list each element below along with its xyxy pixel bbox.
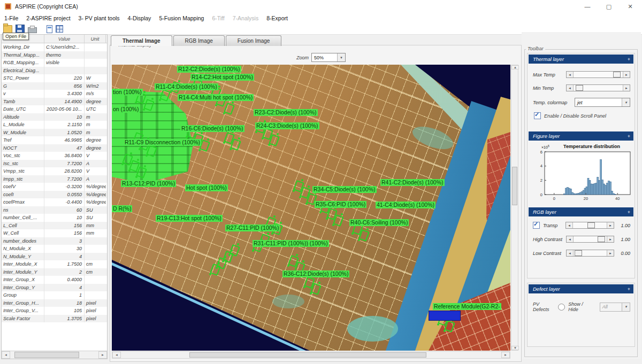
table-row[interactable]: W_Module1.0520m [2, 129, 107, 137]
table-row[interactable]: coefV-0.3200%/degree [2, 183, 107, 191]
table-row[interactable]: Date_UTC2020-05-06 10...UTC [2, 105, 107, 113]
table-row[interactable]: Electrical_Diag... [2, 67, 107, 75]
table-row[interactable]: Tref46.9985degree [2, 136, 107, 144]
scroll-track[interactable] [121, 352, 501, 358]
scroll-thumb[interactable] [14, 352, 79, 358]
table-row[interactable]: Thermal_Mapp...thermo [2, 51, 107, 59]
table-row[interactable]: Voc_stc36.8400V [2, 152, 107, 160]
table-row[interactable]: L_Cell156mm [2, 222, 107, 230]
table-row[interactable]: ns60SU [2, 206, 107, 214]
slider-left-arrow[interactable]: ◄ [566, 222, 573, 228]
table-row[interactable]: Inter_Group_H...18pixel [2, 299, 107, 307]
table-row[interactable]: Inter_Group_X0.4000 [2, 276, 107, 284]
figure-layer-header[interactable]: Figure layer + [529, 131, 633, 141]
slider-thumb[interactable] [575, 250, 582, 256]
table-row[interactable]: v3.4300m/s [2, 90, 107, 98]
slider-right-arrow[interactable]: ► [623, 85, 630, 91]
slider-left-arrow[interactable]: ◄ [567, 85, 574, 91]
table-row[interactable]: Inter_Module_Y2cm [2, 268, 107, 276]
defect-layer-header[interactable]: Defect layer + [529, 284, 633, 293]
scroll-thumb[interactable] [512, 167, 517, 205]
menu-5-fusion-mapping[interactable]: 5-Fusion Mapping [159, 15, 204, 21]
scroll-left-arrow[interactable]: ◄ [2, 351, 10, 359]
mobile-doc-icon[interactable] [47, 25, 52, 33]
report-grid-icon[interactable] [56, 25, 63, 33]
slider-thumb[interactable] [576, 85, 583, 91]
thermal-layer-header[interactable]: Thermal layer + [529, 55, 633, 64]
chevron-down-icon[interactable]: ▾ [622, 303, 630, 311]
menu-4-display[interactable]: 4-Display [128, 15, 151, 21]
slider-left-arrow[interactable]: ◄ [567, 72, 574, 78]
scroll-up-arrow[interactable]: ▲ [511, 65, 519, 69]
tab-rgb-image[interactable]: RGB Image [173, 35, 225, 46]
parameter-hscrollbar[interactable]: ◄ ► [2, 351, 107, 359]
slider-right-arrow[interactable]: ► [623, 72, 630, 78]
menu-1-file[interactable]: 1-File [4, 15, 18, 21]
close-button[interactable]: ✕ [620, 0, 641, 13]
expand-icon[interactable]: + [628, 57, 630, 62]
table-row[interactable]: Inter_Module_X1.7500cm [2, 260, 107, 268]
menu-8-export[interactable]: 8-Export [266, 15, 288, 21]
slider-thumb[interactable] [613, 72, 621, 78]
rgb-layer-header[interactable]: RGB layer + [529, 207, 633, 216]
table-row[interactable]: number_diodes3 [2, 237, 107, 245]
chevron-down-icon[interactable]: ▾ [622, 98, 630, 106]
minimize-button[interactable]: — [577, 0, 598, 13]
max-temp-slider[interactable]: ◄ ► [566, 71, 630, 78]
table-row[interactable]: G856W/m2 [2, 82, 107, 90]
table-row[interactable]: Vmpp_stc28.8200V [2, 167, 107, 175]
save-icon[interactable] [16, 25, 25, 33]
table-row[interactable]: coefPmax-0.4400%/degree [2, 198, 107, 206]
scroll-down-arrow[interactable]: ▼ [511, 346, 519, 350]
slider-left-arrow[interactable]: ◄ [567, 250, 574, 256]
menu-2-aspire-project[interactable]: 2-ASPIRE project [26, 15, 70, 21]
zoom-select[interactable]: 50% ▾ [311, 53, 346, 62]
table-row[interactable]: number_Cell_...10SU [2, 214, 107, 222]
tab-fusion-image[interactable]: Fusion Image [226, 35, 282, 46]
expand-icon[interactable]: + [628, 286, 630, 292]
print-icon[interactable] [28, 27, 37, 33]
table-row[interactable]: Altitude10m [2, 113, 107, 121]
scroll-right-arrow[interactable]: ► [501, 352, 510, 358]
defect-filter-select[interactable]: All ▾ [600, 303, 630, 312]
menu-3-pv-plant-tools[interactable]: 3- PV plant tools [79, 15, 120, 21]
expand-icon[interactable]: + [628, 134, 630, 139]
table-row[interactable]: Tamb14.4900degree [2, 98, 107, 106]
table-row[interactable]: L_Module2.1150m [2, 121, 107, 129]
table-row[interactable]: W_Cell156mm [2, 229, 107, 237]
expand-icon[interactable]: + [628, 210, 630, 215]
slider-right-arrow[interactable]: ► [607, 250, 614, 256]
table-row[interactable]: NOCT47degree [2, 144, 107, 152]
high-contrast-slider[interactable]: ◄ ► [566, 236, 614, 243]
scroll-panel-checkbox[interactable]: ✓ [534, 112, 541, 119]
scroll-thumb[interactable] [189, 352, 426, 358]
transp-slider[interactable]: ◄ ► [565, 222, 614, 229]
table-row[interactable]: coefI0.0550%/degree [2, 191, 107, 199]
transp-checkbox[interactable]: ✓ [533, 222, 540, 229]
maximize-button[interactable]: ▢ [598, 0, 620, 13]
min-temp-slider[interactable]: ◄ ► [566, 84, 630, 91]
slider-thumb[interactable] [598, 236, 605, 242]
table-row[interactable]: RGB_Mapping...visible [2, 59, 107, 67]
table-row[interactable]: Scale Factor1.3705pixel [2, 315, 107, 323]
image-vscrollbar[interactable]: ▲ ▼ [511, 65, 518, 351]
show-hide-radio[interactable] [558, 304, 565, 311]
table-row[interactable]: Inter_Group_V...105pixel [2, 307, 107, 315]
scroll-right-arrow[interactable]: ► [98, 351, 107, 359]
chevron-down-icon[interactable]: ▾ [337, 53, 345, 61]
slider-right-arrow[interactable]: ► [607, 236, 614, 242]
table-row[interactable]: STC_Power220W [2, 74, 107, 82]
tab-thermal-image[interactable]: Thermal Image [111, 35, 172, 46]
table-row[interactable]: Impp_stc7.7200A [2, 175, 107, 183]
table-row[interactable]: Working_DirC:\Users\dm2... [2, 43, 107, 51]
table-row[interactable]: Isc_stc7.7200A [2, 160, 107, 168]
low-contrast-slider[interactable]: ◄ ► [566, 250, 614, 257]
scroll-left-arrow[interactable]: ◄ [112, 352, 121, 358]
colormap-select[interactable]: jet ▾ [575, 98, 630, 107]
thermal-image-canvas[interactable]: R12-C2:Diode(s) (100%)R14-C2:Hot spot (1… [112, 65, 510, 351]
table-row[interactable]: N_Module_Y4 [2, 253, 107, 261]
table-row[interactable]: Inter_Group_Y4 [2, 284, 107, 292]
table-row[interactable]: Group1 [2, 291, 107, 299]
scroll-track[interactable] [10, 351, 98, 359]
table-row[interactable]: N_Module_X30 [2, 245, 107, 253]
